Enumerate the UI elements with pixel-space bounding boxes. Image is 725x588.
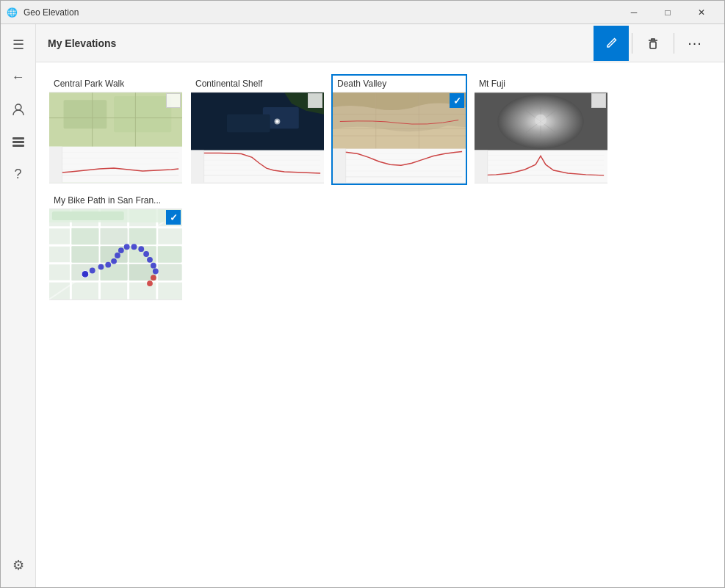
svg-point-101 xyxy=(82,271,89,278)
card-thumb-central-park-walk xyxy=(49,92,182,184)
svg-point-96 xyxy=(147,257,153,263)
app-title: Geo Elevation xyxy=(24,7,79,18)
card-bike-path-sf[interactable]: My Bike Path in San Fran... ✓ xyxy=(48,191,184,302)
select-badge-mt-fuji xyxy=(591,93,606,108)
svg-point-87 xyxy=(98,264,104,270)
svg-point-97 xyxy=(151,263,156,269)
svg-rect-73 xyxy=(100,228,127,245)
toolbar-actions: ··· xyxy=(594,26,713,61)
svg-rect-72 xyxy=(71,228,98,245)
svg-rect-8 xyxy=(114,96,171,132)
minimize-button[interactable]: ─ xyxy=(617,1,651,24)
svg-rect-26 xyxy=(191,150,324,183)
page-title: My Elevations xyxy=(48,37,594,49)
card-title-continental-shelf: Continental Shelf xyxy=(191,76,324,92)
edit-button[interactable] xyxy=(594,26,629,61)
delete-button[interactable] xyxy=(635,26,671,61)
svg-point-88 xyxy=(105,262,111,268)
svg-point-94 xyxy=(138,246,144,252)
card-title-bike-path-sf: My Bike Path in San Fran... xyxy=(49,192,182,208)
card-continental-shelf[interactable]: Continental Shelf xyxy=(190,74,325,185)
app-container: ☰ ← ? ⚙ My Elevations xyxy=(1,24,724,588)
svg-rect-4 xyxy=(650,42,656,48)
svg-rect-46 xyxy=(333,149,346,183)
map-layers-icon[interactable] xyxy=(4,127,33,156)
svg-rect-84 xyxy=(52,211,124,220)
card-mt-fuji[interactable]: Mt Fuji xyxy=(473,74,609,185)
svg-point-95 xyxy=(143,251,149,257)
hamburger-menu-icon[interactable]: ☰ xyxy=(4,30,33,59)
app-icon: 🌐 xyxy=(7,7,18,18)
svg-rect-60 xyxy=(475,150,488,183)
svg-rect-82 xyxy=(158,264,181,281)
more-options-button[interactable]: ··· xyxy=(677,26,713,61)
back-icon[interactable]: ← xyxy=(4,62,33,92)
toolbar-divider-2 xyxy=(674,33,674,54)
select-badge-central-park xyxy=(166,93,181,108)
svg-rect-1 xyxy=(12,137,24,139)
svg-rect-76 xyxy=(129,228,156,245)
toolbar-divider-1 xyxy=(632,33,632,54)
svg-rect-18 xyxy=(49,147,62,183)
svg-rect-32 xyxy=(191,150,204,183)
svg-point-25 xyxy=(275,120,278,123)
content-area: Central Park Walk xyxy=(36,62,724,588)
svg-point-0 xyxy=(15,104,21,110)
svg-point-93 xyxy=(131,244,137,250)
select-badge-bike-path: ✓ xyxy=(166,210,181,225)
svg-rect-79 xyxy=(100,264,127,281)
close-button[interactable]: ✕ xyxy=(685,1,718,24)
svg-rect-81 xyxy=(158,246,181,263)
card-thumb-continental-shelf xyxy=(191,92,324,184)
settings-icon[interactable]: ⚙ xyxy=(4,551,33,580)
svg-rect-12 xyxy=(49,147,182,183)
svg-rect-54 xyxy=(475,150,607,183)
svg-point-89 xyxy=(111,258,117,264)
svg-rect-23 xyxy=(227,115,270,132)
maximize-button[interactable]: □ xyxy=(651,1,685,24)
person-icon[interactable] xyxy=(4,95,33,124)
svg-point-98 xyxy=(153,269,159,275)
svg-point-91 xyxy=(118,247,124,253)
svg-point-100 xyxy=(147,280,153,286)
svg-point-99 xyxy=(151,275,156,280)
card-title-death-valley: Death Valley xyxy=(333,76,466,92)
card-title-central-park-walk: Central Park Walk xyxy=(49,76,182,92)
svg-rect-3 xyxy=(12,145,24,147)
svg-point-92 xyxy=(124,244,130,250)
svg-rect-7 xyxy=(64,100,107,128)
cards-grid: Central Park Walk xyxy=(48,74,713,302)
svg-point-53 xyxy=(535,115,547,126)
toolbar: My Elevations ··· xyxy=(36,24,724,62)
card-central-park-walk[interactable]: Central Park Walk xyxy=(48,74,184,185)
svg-point-90 xyxy=(115,253,120,258)
help-icon[interactable]: ? xyxy=(4,159,33,189)
card-death-valley[interactable]: Death Valley ✓ xyxy=(331,74,467,185)
card-title-mt-fuji: Mt Fuji xyxy=(475,76,607,92)
main-content: My Elevations ··· xyxy=(36,24,724,588)
card-thumb-mt-fuji xyxy=(475,92,607,184)
svg-rect-74 xyxy=(71,246,98,263)
svg-point-86 xyxy=(90,268,95,274)
card-thumb-bike-path-sf: ✓ xyxy=(49,208,182,300)
card-thumb-death-valley: ✓ xyxy=(333,92,466,184)
select-badge-death-valley: ✓ xyxy=(450,93,464,108)
select-badge-continental xyxy=(308,93,322,108)
title-bar: 🌐 Geo Elevation ─ □ ✕ xyxy=(1,1,724,24)
svg-rect-2 xyxy=(12,141,24,143)
sidebar: ☰ ← ? ⚙ xyxy=(1,24,36,588)
